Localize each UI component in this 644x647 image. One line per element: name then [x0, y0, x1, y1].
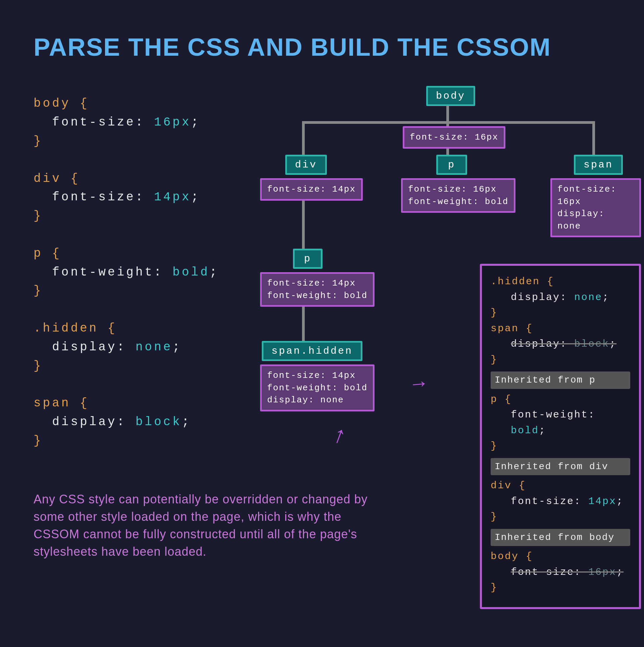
css-property: font-size [52, 115, 135, 129]
inherited-label: Inherited from div [491, 458, 630, 475]
diagram-area: body font-size: 16px div font-size: 14px… [265, 88, 641, 560]
tree-node-p: p [436, 155, 467, 175]
style-line: font-size: 14px [267, 184, 356, 194]
tree-node-body: body [426, 86, 475, 106]
devtools-value: 16px [588, 566, 616, 578]
content-wrap: body { font-size: 16px; } div { font-siz… [34, 88, 610, 560]
style-line: display: none [267, 395, 344, 405]
devtools-value: block [574, 338, 609, 350]
css-rule: div { font-size: 14px; } [34, 169, 255, 226]
css-selector: span [34, 396, 70, 410]
tree-node-div: div [285, 155, 327, 175]
css-selector: body [34, 97, 70, 110]
tree-node-span-hidden: span.hidden [262, 341, 362, 361]
tree-styles-span: font-size: 16px display: none [550, 178, 641, 237]
css-selector: p [34, 247, 43, 260]
css-value: none [136, 340, 172, 354]
css-rule: span { display: block; } [34, 394, 255, 450]
css-rule: body { font-size: 16px; } [34, 94, 255, 150]
left-column: body { font-size: 16px; } div { font-siz… [34, 88, 255, 560]
style-line: display: none [557, 209, 605, 231]
devtools-value: bold [511, 425, 539, 436]
devtools-selector: .hidden [491, 276, 540, 287]
style-line: font-weight: bold [408, 197, 508, 207]
connector-line [302, 121, 305, 158]
tree-styles-p: font-size: 16px font-weight: bold [401, 178, 515, 213]
css-property: font-weight [52, 265, 154, 279]
devtools-rule: .hidden { display: none; } [491, 274, 630, 321]
devtools-selector: div [491, 480, 512, 491]
css-selector: .hidden [34, 321, 98, 335]
style-line: font-weight: bold [267, 383, 367, 393]
devtools-property: font-size [511, 566, 574, 578]
devtools-rule: span { display: block; } [491, 321, 630, 368]
css-rule: p { font-weight: bold; } [34, 244, 255, 300]
devtools-selector: body [491, 551, 519, 562]
devtools-rule: p { font-weight: bold; } [491, 392, 630, 454]
tree-styles-body: font-size: 16px [403, 126, 505, 148]
tree-styles-div: font-size: 14px [260, 178, 363, 200]
style-line: font-size: 16px [410, 132, 498, 142]
style-line: font-size: 16px [408, 184, 497, 194]
style-line: font-size: 16px [557, 184, 616, 206]
devtools-property: font-size [511, 496, 574, 507]
tree-styles-span-hidden: font-size: 14px font-weight: bold displa… [260, 364, 375, 411]
devtools-rule: div { font-size: 14px; } [491, 478, 630, 525]
css-property: display [52, 340, 117, 354]
style-line: font-size: 14px [267, 370, 356, 381]
devtools-property: font-weight [511, 409, 588, 420]
style-line: font-size: 14px [267, 278, 356, 288]
css-value: block [136, 415, 182, 429]
devtools-selector: p [491, 394, 498, 405]
devtools-property: display [511, 338, 560, 350]
css-property: font-size [52, 190, 135, 204]
devtools-value: 14px [588, 496, 616, 507]
tree-node-span: span [574, 155, 623, 175]
connector-line [302, 200, 305, 250]
connector-line [592, 121, 595, 158]
arrow-icon: → [412, 372, 426, 396]
connector-line [446, 106, 449, 121]
css-value: 16px [154, 115, 191, 129]
inherited-label: Inherited from body [491, 529, 630, 546]
css-property: display [52, 415, 117, 429]
devtools-rule: body { font-size: 16px; } [491, 549, 630, 596]
css-value: 14px [154, 190, 191, 204]
inherited-label: Inherited from p [491, 371, 630, 389]
page-title: PARSE THE CSS AND BUILD THE CSSOM [34, 34, 610, 61]
css-rule: .hidden { display: none; } [34, 319, 255, 375]
tree-node-div-p: p [293, 249, 323, 269]
devtools-value: none [574, 292, 602, 303]
style-line: font-weight: bold [267, 291, 367, 301]
devtools-selector: span [491, 323, 519, 334]
devtools-property: display [511, 292, 560, 303]
css-source-listing: body { font-size: 16px; } div { font-siz… [34, 94, 255, 450]
arrow-icon: → [325, 426, 354, 448]
css-selector: div [34, 172, 61, 186]
css-value: bold [172, 265, 209, 279]
tree-styles-div-p: font-size: 14px font-weight: bold [260, 272, 375, 307]
devtools-panel: .hidden { display: none; } span { displa… [480, 264, 641, 609]
